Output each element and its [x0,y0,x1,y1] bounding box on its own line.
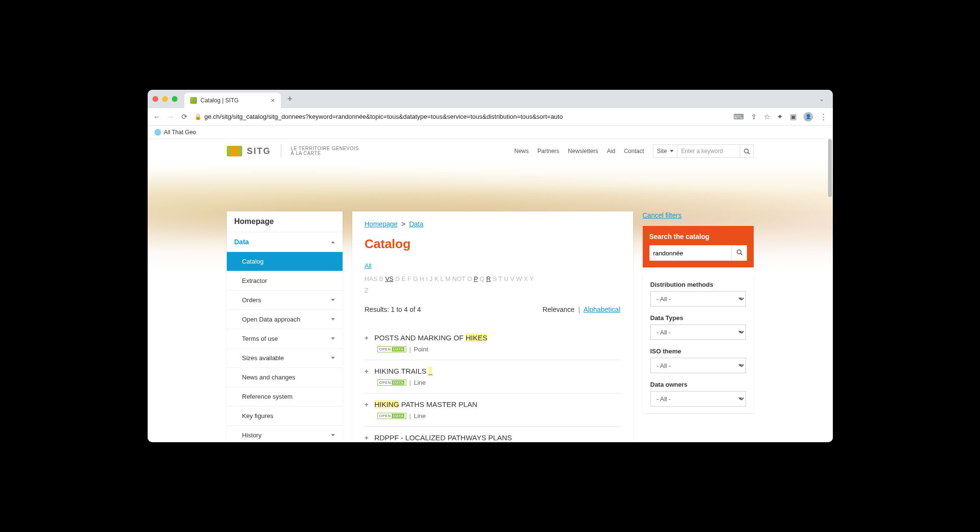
alpha-letter: I [426,275,428,282]
result-title[interactable]: +HIKING TRAILS _ [365,367,621,375]
header-search: Site [653,144,754,158]
bookmark-star-icon[interactable]: ☆ [764,112,770,121]
expand-icon[interactable]: + [365,334,369,342]
nav-news[interactable]: News [514,148,529,154]
result-title[interactable]: +HIKING PATHS MASTER PLAN [365,400,621,408]
share-icon[interactable]: ⇪ [751,112,757,121]
chevron-down-icon [331,299,335,301]
result-type: Line [414,412,426,420]
translate-icon[interactable]: ⌨ [733,112,744,121]
alpha-all[interactable]: All [365,260,372,271]
alpha-letter: NOT [452,275,465,282]
bookmark-item[interactable]: All That Geo [164,129,196,136]
vertical-scrollbar[interactable] [827,139,832,442]
alpha-letter: T [498,275,502,282]
browser-window: Catalog | SITG × + ⌄ ← → ⟳ 🔒 ge.ch/sitg/… [148,90,833,442]
back-icon[interactable]: ← [153,112,161,121]
sidebar-item-open-data-approach[interactable]: Open Data approach [227,310,343,329]
filter-label: Data Types [650,314,746,322]
browser-tab[interactable]: Catalog | SITG × [184,93,281,108]
alpha-letter: M [445,275,451,282]
alpha-letter: O [467,275,472,282]
breadcrumb-data[interactable]: Data [409,220,424,228]
filter-group: ISO theme- All - [649,348,747,373]
highlight: HIKES [466,334,487,342]
reload-icon[interactable]: ⟳ [181,112,188,121]
highlight: HIKING [374,400,400,408]
sidebar-item-key-figures[interactable]: Key figures [227,406,343,426]
result-title-text: HIKING TRAILS _ [374,367,433,375]
nav-partners[interactable]: Partners [538,148,559,154]
sidebar-homepage[interactable]: Homepage [227,211,343,232]
filters-column: Cancel filters Search the catalog Distri… [643,211,754,413]
new-tab-icon[interactable]: + [285,94,296,104]
alpha-letter: S [493,275,497,282]
result-title-text: POSTS AND MARKING OF HIKES [374,334,487,342]
expand-icon[interactable]: + [365,367,369,375]
expand-icon[interactable]: + [365,434,369,442]
sidebar-item-history[interactable]: History [227,426,343,442]
address-bar[interactable]: 🔒 ge.ch/sitg/sitg_catalog/sitg_donnees?k… [194,113,727,120]
filter-select[interactable]: - All - [650,391,746,406]
sidebar-item-catalog[interactable]: Catalog [227,252,343,271]
forward-icon[interactable]: → [167,112,175,121]
side-panel-icon[interactable]: ▣ [790,112,797,121]
catalog-search-button[interactable] [732,245,747,261]
extensions-icon[interactable]: ✦ [777,112,783,121]
sort-alphabetical[interactable]: Alphabetical [583,306,620,313]
sidebar-item-orders[interactable]: Orders [227,291,343,310]
alpha-letter: V [510,275,514,282]
browser-tabbar: Catalog | SITG × + ⌄ [148,90,833,108]
sidebar-item-reference-system[interactable]: Reference system [227,387,343,406]
sidebar-item-terms-of-use[interactable]: Terms of use [227,329,343,349]
page-viewport: SITG LE TERRITOIRE GENEVOIS À LA CARTE N… [148,139,833,442]
sidebar-item-news-and-changes[interactable]: News and changes [227,368,343,387]
filter-group: Distribution methods- All - [649,281,747,307]
minimize-window-icon[interactable] [162,96,168,102]
close-window-icon[interactable] [152,96,158,102]
nav-contact[interactable]: Contact [624,148,644,154]
sidebar-item-sizes-available[interactable]: Sizes available [227,349,343,368]
sidebar-item-extractor[interactable]: Extractor [227,271,343,291]
tab-title: Catalog | SITG [201,97,239,104]
search-icon [736,249,743,255]
bookmark-favicon-icon [154,129,161,136]
alpha-letter: U [504,275,508,282]
alpha-letter: L [440,275,443,282]
page-title: Catalog [365,237,621,252]
logo-divider [281,144,281,158]
menu-icon[interactable]: ⋮ [820,112,827,121]
chevron-down-icon [331,318,335,321]
alpha-letter[interactable]: P [474,275,478,282]
cancel-filters-link[interactable]: Cancel filters [643,211,754,219]
filter-label: Distribution methods [650,281,746,288]
profile-avatar-icon[interactable]: 👤 [803,112,813,122]
expand-icon[interactable]: + [365,401,369,408]
header-search-input[interactable] [677,144,740,158]
bookmarks-bar: All That Geo [148,126,833,139]
alpha-letter[interactable]: R [486,275,491,282]
sidebar-nav: Homepage Data CatalogExtractorOrdersOpen… [227,211,343,442]
filter-select[interactable]: - All - [650,358,746,373]
scrollbar-thumb[interactable] [828,139,832,197]
logo-text-primary: SITG [247,146,271,156]
catalog-search-input[interactable] [649,245,732,261]
result-title[interactable]: +POSTS AND MARKING OF HIKES [365,334,621,342]
result-title[interactable]: +RDPPF - LOCALIZED PATHWAYS PLANS [365,434,621,442]
sidebar-data-heading[interactable]: Data [227,232,343,252]
tab-overflow-icon[interactable]: ⌄ [815,96,828,102]
maximize-window-icon[interactable] [172,96,178,102]
filter-select[interactable]: - All - [650,291,746,307]
filter-select[interactable]: - All - [650,324,746,340]
site-logo[interactable]: SITG LE TERRITOIRE GENEVOIS À LA CARTE [227,144,359,158]
close-tab-icon[interactable]: × [271,97,275,104]
alpha-letter: HAS [365,275,378,282]
nav-aid[interactable]: Aid [607,148,615,154]
search-scope-select[interactable]: Site [653,144,677,158]
sidebar-item-label: Key figures [242,412,274,420]
breadcrumb-home[interactable]: Homepage [365,220,398,228]
nav-newsletters[interactable]: Newsletters [568,148,598,154]
result-item: +POSTS AND MARKING OF HIKESOPENDATA|Poin… [365,327,621,360]
header-search-button[interactable] [740,144,754,158]
alpha-letter[interactable]: VS [385,275,393,282]
